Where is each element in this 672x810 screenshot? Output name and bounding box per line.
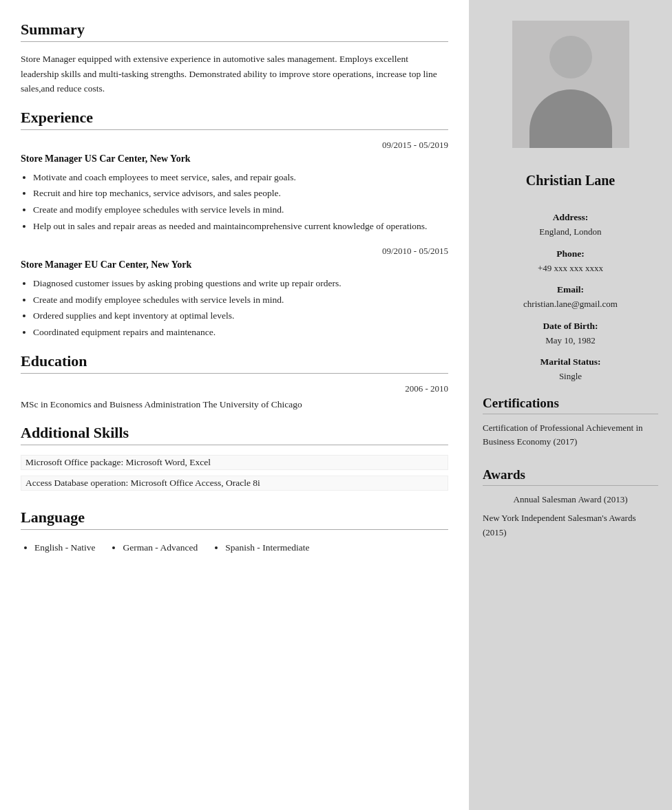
award-item-1: Annual Salesman Award (2013) [500,493,642,507]
list-item: Ordered supplies and kept inventory at o… [33,308,448,323]
skill-item-2: Access Database operation: Microsoft Off… [21,476,448,491]
skill-item-1: Microsoft Office package: Microsoft Word… [21,455,448,470]
certifications-title: Certifications [469,383,672,414]
address-label: Address: [483,212,658,223]
language-item-english: English - Native [34,540,95,556]
skills-title: Additional Skills [21,424,448,442]
avatar-container [469,0,672,162]
marital-value: Single [483,370,658,383]
job-1-bullets: Motivate and coach employees to meet ser… [33,170,448,233]
email-value: christian.lane@gmail.com [483,297,658,311]
address-value: England, London [483,225,658,239]
marital-label: Marital Status: [483,356,658,367]
language-title: Language [21,509,448,526]
award-item-2: New York Independent Salesman's Awards (… [469,511,672,540]
list-item: Create and modify employee schedules wit… [33,202,448,217]
list-item: Create and modify employee schedules wit… [33,292,448,308]
dob-label: Date of Birth: [483,321,658,332]
person-silhouette [512,21,629,148]
language-divider [21,529,448,530]
education-text: MSc in Economics and Buisness Administra… [21,397,448,412]
phone-value: +49 xxx xxx xxxx [483,262,658,275]
left-panel: Summary Store Manager equipped with exte… [0,0,469,810]
name-section: Christian Lane [519,162,622,202]
list-item: Diagnosed customer issues by asking prob… [33,276,448,291]
experience-title: Experience [21,109,448,127]
contact-info: Address: England, London Phone: +49 xxx … [469,202,672,383]
job-2-title: Store Manager EU Car Center, New York [21,259,448,270]
list-item: Motivate and coach employees to meet ser… [33,170,448,185]
email-label: Email: [483,284,658,295]
awards-divider [483,485,658,486]
person-body [529,89,612,148]
job-2-date: 09/2010 - 05/2015 [21,246,448,257]
job-1-date: 09/2015 - 05/2019 [21,140,448,151]
person-head [549,36,592,78]
summary-text: Store Manager equipped with extensive ex… [21,52,448,96]
education-date: 2006 - 2010 [21,383,448,394]
avatar [512,21,629,148]
dob-value: May 10, 1982 [483,334,658,348]
list-item: Coordinated equipment repairs and mainte… [33,325,448,340]
education-divider [21,373,448,374]
right-panel: Christian Lane Address: England, London … [469,0,672,810]
skills-divider [21,445,448,445]
resume-container: Summary Store Manager equipped with exte… [0,0,672,810]
person-name: Christian Lane [526,173,615,189]
experience-divider [21,129,448,130]
phone-label: Phone: [483,248,658,259]
job-1-title: Store Manager US Car Center, New York [21,153,448,164]
certifications-divider [483,414,658,414]
list-item: Recruit and hire top mechanics, service … [33,186,448,201]
education-title: Education [21,352,448,370]
language-item-german: German - Advanced [123,540,198,556]
awards-title: Awards [469,455,672,485]
language-list: English - Native German - Advanced Spani… [34,540,448,556]
job-2: 09/2010 - 05/2015 Store Manager EU Car C… [21,246,448,339]
job-2-bullets: Diagnosed customer issues by asking prob… [33,276,448,339]
summary-title: Summary [21,21,448,39]
cert-item-1: Certification of Professional Achievemen… [469,421,672,450]
list-item: Help out in sales and repair areas as ne… [33,219,448,234]
job-1: 09/2015 - 05/2019 Store Manager US Car C… [21,140,448,233]
summary-divider [21,41,448,42]
language-item-spanish: Spanish - Intermediate [225,540,309,556]
